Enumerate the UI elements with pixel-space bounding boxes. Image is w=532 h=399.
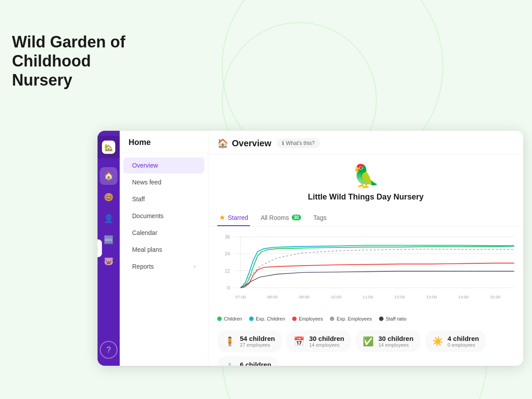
svg-text:14:00: 14:00 bbox=[458, 294, 469, 299]
svg-text:15:00: 15:00 bbox=[490, 294, 501, 299]
nav-item-meal-plans[interactable]: Meal plans bbox=[123, 242, 204, 258]
toucan-area: 🦜 Little Wild Things Day Nursery bbox=[208, 154, 523, 206]
stats-row: 🧍 54 children 27 employees 📅 30 children… bbox=[208, 325, 523, 366]
svg-text:07:00: 07:00 bbox=[235, 294, 246, 299]
stat-card-total: 🧍 54 children 27 employees bbox=[217, 330, 282, 352]
stat-card-absent: ☀️ 4 children 0 employees bbox=[425, 330, 486, 352]
tab-tags[interactable]: Tags bbox=[312, 211, 329, 226]
legend-children: Children bbox=[217, 316, 242, 321]
legend-employees: Employees bbox=[292, 316, 323, 321]
sidebar-icon-children[interactable]: 😊 bbox=[100, 188, 117, 206]
stat-absent-employees: 0 employees bbox=[448, 342, 479, 348]
all-rooms-badge: 30 bbox=[292, 215, 301, 220]
content-header-title: 🏠 Overview bbox=[217, 138, 271, 149]
header-home-icon: 🏠 bbox=[217, 138, 228, 149]
svg-text:11:00: 11:00 bbox=[363, 294, 373, 299]
brand-icon: 🏡 bbox=[102, 141, 115, 154]
svg-text:13:00: 13:00 bbox=[426, 294, 437, 299]
stat-scheduled-employees: 14 employees bbox=[309, 342, 344, 348]
svg-text:09:00: 09:00 bbox=[299, 294, 309, 299]
sidebar-icon-help[interactable]: ? bbox=[100, 341, 117, 359]
nav-items: Overview News feed Staff Documents Calen… bbox=[120, 153, 208, 279]
sidebar-icon-home[interactable]: 🏠 bbox=[100, 167, 117, 185]
svg-text:0: 0 bbox=[227, 285, 230, 290]
svg-text:12: 12 bbox=[225, 268, 230, 274]
stat-sick-children: 6 children bbox=[240, 361, 271, 366]
reports-arrow-icon: › bbox=[194, 263, 196, 270]
svg-text:24: 24 bbox=[225, 251, 230, 256]
info-icon: ℹ bbox=[282, 140, 284, 146]
sidebar-icon-abc[interactable]: 🔤 bbox=[100, 231, 117, 249]
tab-all-rooms[interactable]: All Rooms 30 bbox=[259, 211, 303, 226]
nav-item-calendar[interactable]: Calendar bbox=[123, 225, 204, 241]
legend-staff-ratio: Staff ratio bbox=[379, 316, 407, 321]
tab-starred[interactable]: ★ Starred bbox=[217, 210, 250, 226]
star-icon: ★ bbox=[219, 213, 225, 222]
stat-scheduled-children: 30 children bbox=[309, 335, 344, 342]
stat-present-employees: 14 employees bbox=[378, 342, 413, 348]
stat-total-children: 54 children bbox=[240, 335, 275, 342]
main-ui-container: 🏡 🏠 😊 👤 🔤 🐷 ? Home Overview News feed St… bbox=[98, 131, 523, 366]
nav-item-news-feed[interactable]: News feed bbox=[123, 174, 204, 190]
toucan-emoji: 🦜 bbox=[352, 163, 379, 189]
chart-area: 36 24 12 0 07:00 08:00 09:00 10:00 11:00… bbox=[208, 227, 523, 313]
svg-text:36: 36 bbox=[225, 234, 230, 239]
legend-exp-employees: Exp. Employees bbox=[330, 316, 372, 321]
legend-exp-children: Exp. Children bbox=[249, 316, 285, 321]
chart-svg: 36 24 12 0 07:00 08:00 09:00 10:00 11:00… bbox=[217, 231, 514, 306]
stat-card-present: ✅ 30 children 14 employees bbox=[356, 330, 420, 352]
svg-text:12:00: 12:00 bbox=[395, 294, 405, 299]
stat-total-employees: 27 employees bbox=[240, 342, 275, 348]
nav-sidebar: Home Overview News feed Staff Documents … bbox=[120, 131, 208, 366]
chart-legend: Children Exp. Children Employees Exp. Em… bbox=[208, 313, 523, 325]
stat-thermometer-icon: 🌡️ bbox=[224, 362, 235, 366]
nav-item-documents[interactable]: Documents bbox=[123, 208, 204, 224]
brand-home-container: 🏡 bbox=[98, 136, 120, 158]
stat-calendar-icon: 📅 bbox=[293, 336, 305, 347]
stat-absent-children: 4 children bbox=[448, 335, 479, 342]
svg-text:08:00: 08:00 bbox=[267, 294, 278, 299]
nav-item-overview[interactable]: Overview bbox=[123, 157, 204, 173]
stat-check-icon: ✅ bbox=[363, 336, 374, 347]
stat-sun-icon: ☀️ bbox=[432, 336, 443, 347]
svg-text:10:00: 10:00 bbox=[331, 294, 341, 299]
nav-item-staff[interactable]: Staff bbox=[123, 191, 204, 207]
main-content: ‹ 🏠 Overview ℹ What's this? 🦜 Little Wil… bbox=[208, 131, 523, 366]
sidebar-icon-accounts[interactable]: 👤 bbox=[100, 210, 117, 227]
nav-home-header: Home bbox=[120, 131, 208, 153]
stat-present-children: 30 children bbox=[378, 335, 413, 342]
sidebar-icon-finance[interactable]: 🐷 bbox=[100, 252, 117, 270]
stat-card-scheduled: 📅 30 children 14 employees bbox=[286, 330, 351, 352]
content-header: 🏠 Overview ℹ What's this? bbox=[208, 131, 523, 154]
stat-card-sick: 🌡️ 6 children 0 employees bbox=[217, 356, 278, 366]
nav-item-reports[interactable]: Reports › bbox=[123, 258, 204, 274]
nursery-name: Little Wild Things Day Nursery bbox=[308, 192, 424, 202]
whats-this-button[interactable]: ℹ What's this? bbox=[277, 138, 320, 148]
tabs-row: ★ Starred All Rooms 30 Tags bbox=[208, 206, 523, 227]
app-title: Wild Garden of Childhood Nursery bbox=[12, 32, 125, 90]
stat-person-icon: 🧍 bbox=[224, 336, 235, 347]
